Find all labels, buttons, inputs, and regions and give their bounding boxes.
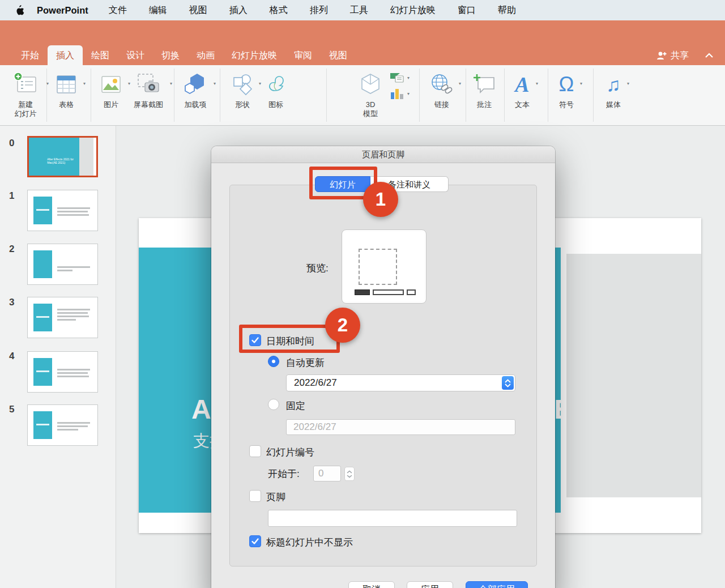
shapes-caret[interactable]: ▾ xyxy=(259,81,261,86)
text-label: 文本 xyxy=(506,100,538,109)
slide-number-4: 4 xyxy=(9,351,14,362)
text-caret[interactable]: ▾ xyxy=(536,81,538,86)
table-caret[interactable]: ▾ xyxy=(83,81,86,86)
check-icon xyxy=(250,536,261,547)
preview-box xyxy=(342,229,427,304)
chevron-up-icon xyxy=(705,53,714,58)
3d-model-button[interactable]: 3D 模型 xyxy=(356,71,385,118)
menu-app-name[interactable]: PowerPoint xyxy=(37,5,88,16)
chart-caret[interactable]: ▾ xyxy=(407,91,410,96)
date-format-dropdown[interactable]: 2022/6/27 xyxy=(286,374,515,391)
macos-menu-bar: PowerPoint 文件 编辑 视图 插入 格式 排列 工具 幻灯片放映 窗口… xyxy=(0,0,725,20)
icons-label: 图标 xyxy=(262,100,290,109)
header-footer-dialog: 页眉和页脚 幻灯片 备注和讲义 预览: 日期和时间 自动更新 2022/6/27 xyxy=(211,146,555,588)
fixed-date-input[interactable] xyxy=(286,419,515,435)
menu-item-edit[interactable]: 编辑 xyxy=(149,5,167,16)
tab-animations[interactable]: 动画 xyxy=(188,45,223,65)
window-title-bar: ▾ ▾ 演示文稿1 ⌄ ▾ xyxy=(0,20,725,45)
share-person-icon xyxy=(656,50,667,61)
slide-number-checkbox[interactable] xyxy=(249,445,261,457)
tab-insert[interactable]: 插入 xyxy=(48,45,83,65)
chart-button[interactable]: ▾ xyxy=(389,87,420,100)
apply-all-button[interactable]: 全部应用 xyxy=(466,581,528,588)
comment-button[interactable]: 批注 xyxy=(469,71,500,109)
tab-draw[interactable]: 绘图 xyxy=(83,45,118,65)
menu-item-window[interactable]: 窗口 xyxy=(458,5,476,16)
link-button[interactable]: ▾ 链接 xyxy=(425,71,459,109)
link-caret[interactable]: ▾ xyxy=(459,81,461,86)
slide-thumbnail-2[interactable] xyxy=(27,244,98,285)
menu-item-help[interactable]: 帮助 xyxy=(498,5,516,16)
collapse-ribbon-button[interactable] xyxy=(705,45,714,65)
table-label: 表格 xyxy=(49,100,83,109)
screenshot-caret[interactable]: ▾ xyxy=(170,81,172,86)
screenshot-button[interactable]: ▾ 屏幕截图 xyxy=(127,71,170,109)
tab-review[interactable]: 审阅 xyxy=(285,45,321,65)
slide-number-label: 幻灯片编号 xyxy=(266,446,314,459)
slide-thumbnail-1[interactable] xyxy=(27,190,98,231)
preview-footer-placeholder xyxy=(373,289,404,295)
ribbon-tab-bar: 开始 插入 绘图 设计 切换 动画 幻灯片放映 审阅 视图 共享 xyxy=(0,45,725,65)
menu-item-view[interactable]: 视图 xyxy=(189,5,207,16)
tab-home[interactable]: 开始 xyxy=(12,45,48,65)
apple-logo-icon[interactable] xyxy=(15,5,24,16)
dropdown-stepper[interactable] xyxy=(502,376,514,390)
media-button[interactable]: ♫ ▾ 媒体 xyxy=(598,71,629,109)
menu-item-arrange[interactable]: 排列 xyxy=(310,5,328,16)
text-button[interactable]: A ▾ 文本 xyxy=(506,71,538,109)
thumb3-teal-block xyxy=(33,304,52,332)
table-icon xyxy=(56,74,77,95)
menu-item-tools[interactable]: 工具 xyxy=(350,5,368,16)
chevron-down-icon xyxy=(347,475,352,478)
icons-button[interactable]: 图标 xyxy=(262,71,290,109)
menu-item-slideshow[interactable]: 幻灯片放映 xyxy=(390,5,436,16)
shapes-button[interactable]: ▾ 形状 xyxy=(226,71,259,109)
addins-caret[interactable]: ▾ xyxy=(214,81,216,86)
shapes-icon xyxy=(231,73,254,96)
screenshot-label: 屏幕截图 xyxy=(127,100,170,109)
slide-thumbnail-5[interactable] xyxy=(27,404,98,446)
dialog-title-bar[interactable]: 页眉和页脚 xyxy=(211,146,555,163)
apply-button[interactable]: 应用 xyxy=(407,581,453,588)
smartart-button[interactable]: ▾ xyxy=(389,71,420,84)
media-caret[interactable]: ▾ xyxy=(627,81,629,86)
cancel-button[interactable]: 取消 xyxy=(348,581,395,588)
menu-item-insert[interactable]: 插入 xyxy=(229,5,248,16)
footer-checkbox[interactable] xyxy=(249,490,261,502)
powerpoint-window: PowerPoint 文件 编辑 视图 插入 格式 排列 工具 幻灯片放映 窗口… xyxy=(0,0,725,588)
tab-transitions[interactable]: 切换 xyxy=(153,45,188,65)
share-button[interactable]: 共享 xyxy=(656,45,689,65)
tab-design[interactable]: 设计 xyxy=(118,45,153,65)
no-title-checkbox-checked[interactable] xyxy=(249,535,261,547)
tab-slideshow[interactable]: 幻灯片放映 xyxy=(223,45,285,65)
footer-text-input[interactable] xyxy=(268,510,517,527)
slide-thumbnail-0-selected[interactable]: After Effects 2021 for Mac(AE 2021) xyxy=(27,136,98,177)
new-slide-label-line2: 幻灯片 xyxy=(15,109,37,118)
menu-item-file[interactable]: 文件 xyxy=(109,5,127,16)
starts-at-input[interactable] xyxy=(313,466,341,482)
symbol-caret[interactable]: ▾ xyxy=(580,81,582,86)
auto-update-radio-selected[interactable] xyxy=(268,356,279,367)
slide-number-2: 2 xyxy=(9,244,14,255)
starts-at-stepper[interactable] xyxy=(344,467,355,481)
menu-item-format[interactable]: 格式 xyxy=(270,5,288,16)
annotation-circle-step1: 1 xyxy=(363,182,398,217)
table-button[interactable]: ▾ 表格 xyxy=(49,71,83,109)
share-label: 共享 xyxy=(671,45,689,65)
new-slide-button[interactable]: ▾ 新建 幻灯片 xyxy=(3,71,48,118)
slide-thumbnail-4[interactable] xyxy=(27,351,98,393)
smartart-caret[interactable]: ▾ xyxy=(407,75,410,80)
screenshot-icon xyxy=(136,73,161,96)
new-slide-caret[interactable]: ▾ xyxy=(46,81,49,86)
slide-thumbnail-3[interactable] xyxy=(27,297,98,338)
comment-label: 批注 xyxy=(469,100,500,109)
link-label: 链接 xyxy=(425,100,459,109)
addins-button[interactable]: ▾ 加载项 xyxy=(177,71,214,109)
new-slide-icon xyxy=(12,72,39,97)
preview-content-placeholder xyxy=(359,249,397,285)
fixed-radio[interactable] xyxy=(268,399,279,410)
tab-view[interactable]: 视图 xyxy=(321,45,356,65)
picture-button[interactable]: ▾ 图片 xyxy=(95,71,127,109)
preview-number-placeholder xyxy=(407,289,416,295)
symbol-button[interactable]: Ω ▾ 符号 xyxy=(551,71,582,109)
